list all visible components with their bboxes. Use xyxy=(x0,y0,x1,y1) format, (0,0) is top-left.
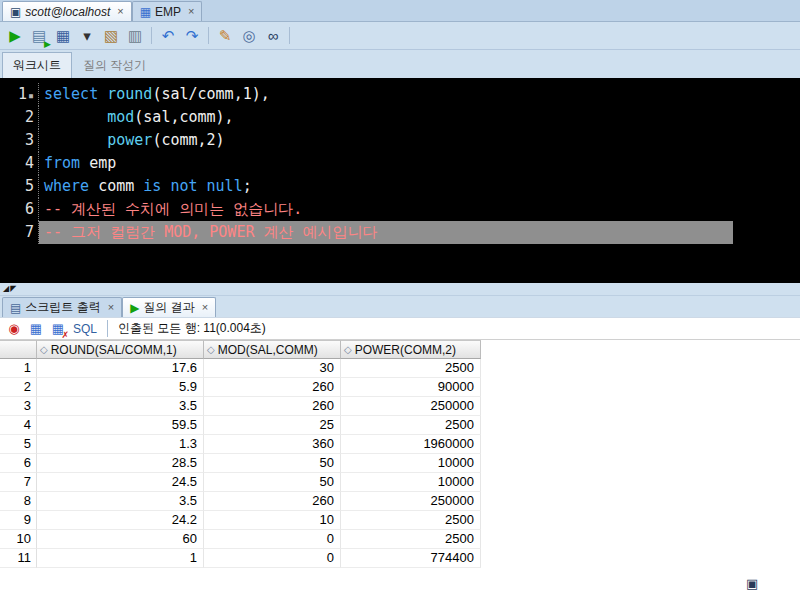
open-icon[interactable]: ▧ xyxy=(100,25,122,47)
table-row[interactable]: 628.55010000 xyxy=(0,454,800,473)
cell: 24.5 xyxy=(37,473,204,492)
run-statement-icon[interactable]: ▶ xyxy=(4,25,26,47)
grid-save-icon-glyph: ▦ xyxy=(30,322,42,335)
line-number: 7 xyxy=(0,221,34,244)
corner-cell xyxy=(0,340,37,359)
row-number: 11 xyxy=(0,549,37,568)
column-header-2[interactable]: ◇MOD(SAL,COMM) xyxy=(204,340,341,359)
run-script-icon[interactable]: ▤▶ xyxy=(28,25,50,47)
code-token: -- 그저 컬럼간 MOD, POWER 계산 예시입니다 xyxy=(44,223,378,241)
save-icon[interactable]: ▦ xyxy=(52,25,74,47)
cell: 17.6 xyxy=(37,359,204,378)
window-tab-1-label: scott@localhost xyxy=(25,5,110,19)
compass-icon[interactable]: ◎ xyxy=(238,25,260,47)
column-header-1[interactable]: ◇ROUND(SAL/COMM,1) xyxy=(37,340,204,359)
toolbar-separator xyxy=(289,27,290,44)
toolbar-separator xyxy=(151,27,152,44)
worksheet-tab-row: 워크시트질의 작성기 xyxy=(0,50,800,78)
print-icon[interactable]: ▥ xyxy=(124,25,146,47)
save-dropdown-icon[interactable]: ▾ xyxy=(76,25,98,47)
row-number: 4 xyxy=(0,416,37,435)
close-icon[interactable]: × xyxy=(117,6,123,17)
line-number: 5 xyxy=(0,175,34,198)
table-row[interactable]: 117.6302500 xyxy=(0,359,800,378)
splitter-expand-icon[interactable]: ◢ xyxy=(3,285,9,293)
redo-icon[interactable]: ↷ xyxy=(181,25,203,47)
results-header-row: ◇ROUND(SAL/COMM,1)◇MOD(SAL,COMM)◇POWER(C… xyxy=(0,340,800,359)
table-row[interactable]: 51.33601960000 xyxy=(0,435,800,454)
splitter[interactable]: ◢ ◤ xyxy=(0,283,800,296)
table-row[interactable]: 106002500 xyxy=(0,530,800,549)
worksheet-tab-1[interactable]: 워크시트 xyxy=(2,52,72,78)
window-tab-2[interactable]: ▦EMP× xyxy=(132,1,203,21)
code-token: (sal/comm,1), xyxy=(152,85,269,103)
main-toolbar: ▶▤▶▦▾▧▥↶↷✎◎∞ xyxy=(0,22,800,50)
cell: 59.5 xyxy=(37,416,204,435)
code-line: from emp xyxy=(38,152,800,175)
editor-line[interactable]: 7-- 그저 컬럼간 MOD, POWER 계산 예시입니다 xyxy=(0,221,800,244)
undo-icon[interactable]: ↶ xyxy=(157,25,179,47)
editor-line[interactable]: 4from emp xyxy=(0,152,800,175)
close-icon[interactable]: × xyxy=(108,302,114,313)
code-token: -- 계산된 수치에 의미는 없습니다. xyxy=(44,200,302,218)
output-tab-1-label: 스크립트 출력 xyxy=(25,299,100,316)
editor-line[interactable]: 5where comm is not null; xyxy=(0,175,800,198)
table-row[interactable]: 1110774400 xyxy=(0,549,800,568)
run-script-icon-badge: ▶ xyxy=(44,40,51,49)
cell: 24.2 xyxy=(37,511,204,530)
output-tab-bar: ▤스크립트 출력×▶질의 결과× xyxy=(0,296,800,318)
cell: 260 xyxy=(204,378,341,397)
code-token: is not null xyxy=(143,177,242,195)
cell: 30 xyxy=(204,359,341,378)
cell: 1.3 xyxy=(37,435,204,454)
binoculars-icon[interactable]: ∞ xyxy=(262,25,284,47)
pin-icon[interactable]: ◉ xyxy=(4,320,24,338)
code-token: round xyxy=(107,85,152,103)
editor-line[interactable]: 2 mod(sal,comm), xyxy=(0,106,800,129)
cell: 60 xyxy=(37,530,204,549)
editor-line[interactable]: 3 power(comm,2) xyxy=(0,129,800,152)
code-token: comm xyxy=(89,177,143,195)
close-icon[interactable]: × xyxy=(202,302,208,313)
cell: 0 xyxy=(204,549,341,568)
table-row[interactable]: 724.55010000 xyxy=(0,473,800,492)
code-line: mod(sal,comm), xyxy=(38,106,800,129)
cell: 250000 xyxy=(341,397,481,416)
cell: 360 xyxy=(204,435,341,454)
cell: 90000 xyxy=(341,378,481,397)
worksheet-tab-2[interactable]: 질의 작성기 xyxy=(73,53,156,78)
output-tab-2[interactable]: ▶질의 결과× xyxy=(122,297,216,317)
pin-icon-glyph: ◉ xyxy=(8,322,19,335)
grid-delete-icon[interactable]: ▦✗ xyxy=(48,320,68,338)
code-token: mod xyxy=(107,108,134,126)
cell: 3.5 xyxy=(37,492,204,511)
table-row[interactable]: 25.926090000 xyxy=(0,378,800,397)
table-row[interactable]: 33.5260250000 xyxy=(0,397,800,416)
script-output-icon: ▤ xyxy=(10,302,21,314)
open-icon-glyph: ▧ xyxy=(104,28,118,43)
save-icon-glyph: ▦ xyxy=(56,28,70,43)
output-tab-1[interactable]: ▤스크립트 출력× xyxy=(2,297,122,317)
column-header-3[interactable]: ◇POWER(COMM,2) xyxy=(341,340,481,359)
close-icon[interactable]: × xyxy=(188,6,194,17)
pencil-icon-glyph: ✎ xyxy=(219,28,232,43)
row-number: 8 xyxy=(0,492,37,511)
fetch-status: 인출된 모든 행: 11(0.004초) xyxy=(118,320,266,337)
code-line: -- 계산된 수치에 의미는 없습니다. xyxy=(38,198,800,221)
pencil-icon[interactable]: ✎ xyxy=(214,25,236,47)
editor-line[interactable]: 1▪select round(sal/comm,1), xyxy=(0,83,800,106)
result-toolbar: ◉▦▦✗ SQL 인출된 모든 행: 11(0.004초) xyxy=(0,318,800,340)
table-row[interactable]: 924.2102500 xyxy=(0,511,800,530)
cell: 1 xyxy=(37,549,204,568)
status-icon[interactable]: ▣ xyxy=(746,577,758,590)
code-line: -- 그저 컬럼간 MOD, POWER 계산 예시입니다 xyxy=(38,221,800,244)
line-number: 3 xyxy=(0,129,34,152)
code-token: emp xyxy=(80,154,116,172)
window-tab-1[interactable]: ▣scott@localhost× xyxy=(2,1,132,21)
editor-line[interactable]: 6-- 계산된 수치에 의미는 없습니다. xyxy=(0,198,800,221)
sql-editor[interactable]: 1▪select round(sal/comm,1),2 mod(sal,com… xyxy=(0,78,800,283)
table-row[interactable]: 459.5252500 xyxy=(0,416,800,435)
table-row[interactable]: 83.5260250000 xyxy=(0,492,800,511)
splitter-collapse-icon[interactable]: ◤ xyxy=(10,285,16,293)
grid-save-icon[interactable]: ▦ xyxy=(26,320,46,338)
